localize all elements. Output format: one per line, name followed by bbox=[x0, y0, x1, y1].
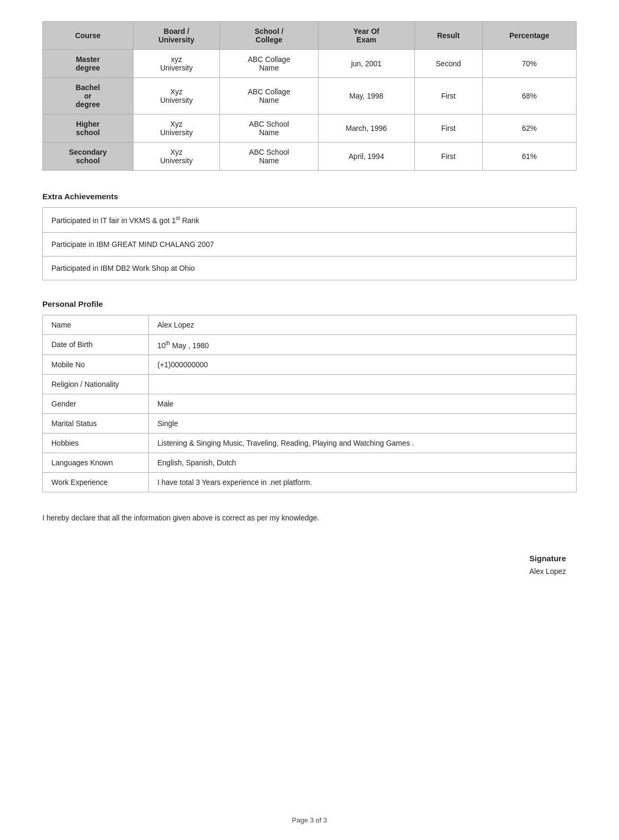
edu-course: Secondaryschool bbox=[43, 143, 134, 171]
profile-table: NameAlex LopezDate of Birth10th May , 19… bbox=[42, 315, 577, 493]
profile-row: HobbiesListening & Singing Music, Travel… bbox=[43, 434, 577, 453]
edu-school: ABC CollageName bbox=[220, 78, 319, 114]
profile-value: Alex Lopez bbox=[149, 315, 577, 334]
profile-row: Mobile No(+1)000000000 bbox=[43, 355, 577, 375]
edu-table-header-row: Course Board /University School /College… bbox=[43, 22, 577, 50]
edu-course: Higherschool bbox=[43, 114, 134, 143]
edu-board: XyzUniversity bbox=[133, 78, 220, 114]
edu-year: March, 1996 bbox=[318, 114, 414, 143]
profile-row: Date of Birth10th May , 1980 bbox=[43, 334, 577, 355]
col-result: Result bbox=[414, 22, 482, 50]
edu-percentage: 70% bbox=[482, 50, 576, 78]
profile-label: Mobile No bbox=[43, 355, 149, 375]
profile-label: Gender bbox=[43, 394, 149, 414]
profile-label: Work Experience bbox=[43, 473, 149, 492]
profile-value: Male bbox=[149, 394, 577, 414]
col-course: Course bbox=[43, 22, 134, 50]
profile-row: Languages KnownEnglish, Spanish, Dutch bbox=[43, 453, 577, 473]
profile-row: Religion / Nationality bbox=[43, 375, 577, 394]
achievement-row: Participated in IT fair in VKMS & got 1s… bbox=[43, 208, 577, 233]
education-table: Course Board /University School /College… bbox=[42, 21, 577, 171]
edu-school: ABC SchoolName bbox=[220, 114, 319, 143]
achievements-table: Participated in IT fair in VKMS & got 1s… bbox=[42, 207, 577, 280]
page-footer: Page 3 of 3 bbox=[0, 816, 619, 824]
achievement-text: Participated in IBM DB2 Work Shop at Ohi… bbox=[43, 256, 577, 280]
achievement-text: Participate in IBM GREAT MIND CHALANG 20… bbox=[43, 232, 577, 256]
profile-value: English, Spanish, Dutch bbox=[149, 453, 577, 473]
edu-board: XyzUniversity bbox=[133, 114, 220, 143]
edu-course: Bachelordegree bbox=[43, 78, 134, 114]
col-year: Year OfExam bbox=[318, 22, 414, 50]
profile-label: Religion / Nationality bbox=[43, 375, 149, 394]
signature-name: Alex Lopez bbox=[42, 567, 566, 576]
profile-row: NameAlex Lopez bbox=[43, 315, 577, 334]
signature-label: Signature bbox=[42, 554, 566, 563]
achievements-title: Extra Achievements bbox=[42, 192, 577, 201]
edu-board: XyzUniversity bbox=[133, 143, 220, 171]
col-percentage: Percentage bbox=[482, 22, 576, 50]
edu-table-row: MasterdegreexyzUniversityABC CollageName… bbox=[43, 50, 577, 78]
edu-percentage: 62% bbox=[482, 114, 576, 143]
edu-course: Masterdegree bbox=[43, 50, 134, 78]
edu-year: jun, 2001 bbox=[318, 50, 414, 78]
col-board: Board /University bbox=[133, 22, 220, 50]
edu-percentage: 61% bbox=[482, 143, 576, 171]
edu-school: ABC SchoolName bbox=[220, 143, 319, 171]
edu-board: xyzUniversity bbox=[133, 50, 220, 78]
profile-label: Date of Birth bbox=[43, 334, 149, 355]
edu-table-row: HigherschoolXyzUniversityABC SchoolNameM… bbox=[43, 114, 577, 143]
profile-value bbox=[149, 375, 577, 394]
profile-value: I have total 3 Years experience in .net … bbox=[149, 473, 577, 492]
profile-value: (+1)000000000 bbox=[149, 355, 577, 375]
edu-table-row: SecondaryschoolXyzUniversityABC SchoolNa… bbox=[43, 143, 577, 171]
page-container: Course Board /University School /College… bbox=[0, 0, 619, 840]
profile-value: Listening & Singing Music, Traveling, Re… bbox=[149, 434, 577, 453]
profile-label: Marital Status bbox=[43, 414, 149, 434]
profile-value: 10th May , 1980 bbox=[149, 334, 577, 355]
profile-label: Hobbies bbox=[43, 434, 149, 453]
achievement-row: Participated in IBM DB2 Work Shop at Ohi… bbox=[43, 256, 577, 280]
achievement-text: Participated in IT fair in VKMS & got 1s… bbox=[43, 208, 577, 233]
achievement-row: Participate in IBM GREAT MIND CHALANG 20… bbox=[43, 232, 577, 256]
edu-table-row: BachelordegreeXyzUniversityABC CollageNa… bbox=[43, 78, 577, 114]
edu-percentage: 68% bbox=[482, 78, 576, 114]
edu-year: April, 1994 bbox=[318, 143, 414, 171]
edu-result: First bbox=[414, 78, 482, 114]
edu-result: First bbox=[414, 114, 482, 143]
profile-label: Languages Known bbox=[43, 453, 149, 473]
edu-year: May, 1998 bbox=[318, 78, 414, 114]
profile-label: Name bbox=[43, 315, 149, 334]
signature-block: Signature Alex Lopez bbox=[42, 554, 566, 576]
col-school: School /College bbox=[220, 22, 319, 50]
profile-title: Personal Profile bbox=[42, 299, 577, 308]
edu-result: First bbox=[414, 143, 482, 171]
profile-value: Single bbox=[149, 414, 577, 434]
edu-school: ABC CollageName bbox=[220, 50, 319, 78]
profile-row: Marital StatusSingle bbox=[43, 414, 577, 434]
profile-row: Work ExperienceI have total 3 Years expe… bbox=[43, 473, 577, 492]
profile-row: GenderMale bbox=[43, 394, 577, 414]
edu-result: Second bbox=[414, 50, 482, 78]
declaration-text: I hereby declare that all the informatio… bbox=[42, 514, 577, 522]
